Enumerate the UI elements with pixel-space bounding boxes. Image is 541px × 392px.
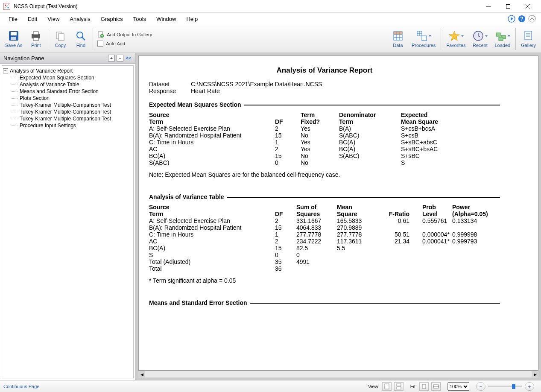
tree-item[interactable]: Plots Section: [12, 95, 132, 102]
fit-width-button[interactable]: [431, 382, 441, 391]
horizontal-scrollbar[interactable]: ◀ ▶: [138, 371, 538, 377]
anova-heading: Analysis of Variance Table: [149, 193, 224, 200]
recent-button[interactable]: Recent: [469, 25, 491, 53]
toolbar: Save As Print Copy Find Add Output to Ga…: [0, 25, 541, 53]
auto-add-label: Auto Add: [106, 41, 125, 46]
menu-help[interactable]: Help: [181, 14, 203, 24]
navigation-tree[interactable]: − Analysis of Variance Report Expected M…: [2, 65, 134, 378]
svg-rect-28: [525, 31, 532, 40]
content-area: Analysis of Variance Report DatasetC:\NC…: [136, 53, 541, 380]
scroll-left-icon[interactable]: ◀: [138, 371, 145, 378]
procedures-icon: [416, 30, 428, 42]
print-button[interactable]: Print: [26, 25, 46, 53]
tree-item[interactable]: Tukey-Kramer Multiple-Comparison Test: [12, 115, 132, 122]
star-icon: [448, 30, 460, 42]
view-label: View:: [368, 384, 380, 389]
table-row: C: Time in Hours1277.7778277.777850.510.…: [149, 231, 500, 238]
close-button[interactable]: [518, 0, 538, 13]
menu-edit[interactable]: Edit: [23, 14, 42, 24]
tree-root[interactable]: − Analysis of Variance Report: [3, 67, 132, 74]
tree-item[interactable]: Analysis of Variance Table: [12, 81, 132, 88]
copy-button[interactable]: Copy: [50, 25, 70, 53]
table-row: AC2YesBC(A)S+sBC+bsAC: [149, 146, 500, 152]
find-button[interactable]: Find: [70, 25, 91, 53]
svg-rect-23: [422, 36, 427, 41]
svg-rect-10: [11, 37, 16, 40]
svg-rect-13: [33, 38, 38, 41]
window-title: NCSS Output (Test Version): [14, 3, 479, 9]
copy-icon: [54, 30, 66, 42]
navigation-pane: Navigation Pane + − << − Analysis of Var…: [0, 53, 136, 380]
copy-label: Copy: [55, 43, 66, 48]
play-icon[interactable]: [508, 15, 515, 23]
zoom-select[interactable]: 100%: [447, 382, 469, 391]
menu-file[interactable]: File: [3, 14, 23, 24]
tree-item[interactable]: Expected Mean Squares Section: [12, 74, 132, 81]
loaded-button[interactable]: Loaded: [491, 25, 514, 53]
menu-tools[interactable]: Tools: [128, 14, 151, 24]
add-output-button[interactable]: Add Output to Gallery: [97, 31, 152, 38]
chevron-down-icon: [460, 34, 464, 39]
svg-rect-29: [385, 384, 389, 389]
svg-rect-12: [33, 32, 38, 35]
menu-window[interactable]: Window: [151, 14, 181, 24]
table-row: S(ABC)0NoS: [149, 159, 500, 166]
tree-item[interactable]: Means and Standard Error Section: [12, 88, 132, 95]
table-row: A: Self-Selected Exercise Plan2331.16671…: [149, 217, 500, 224]
tree-item[interactable]: Tukey-Kramer Multiple-Comparison Test: [12, 108, 132, 115]
recent-label: Recent: [473, 43, 488, 48]
tree-collapse-all-button[interactable]: −: [117, 55, 123, 61]
navigation-header: Navigation Pane + − <<: [0, 53, 135, 64]
ems-heading: Expected Mean Squares Section: [149, 101, 241, 108]
content-scroll[interactable]: Analysis of Variance Report DatasetC:\NC…: [138, 56, 538, 371]
save-as-label: Save As: [5, 43, 22, 48]
favorites-button[interactable]: Favorites: [443, 25, 469, 53]
dataset-label: Dataset: [149, 81, 183, 88]
zoom-out-button[interactable]: −: [476, 382, 485, 391]
maximize-button[interactable]: [498, 0, 518, 13]
view-continuous-button[interactable]: [394, 382, 404, 391]
zoom-slider[interactable]: [488, 386, 522, 387]
tree-item[interactable]: Procedure Input Settings: [12, 122, 132, 129]
minimize-button[interactable]: [479, 0, 498, 13]
fit-label: Fit:: [410, 384, 417, 389]
table-row: C: Time in Hours1YesBC(A)S+sBC+absC: [149, 139, 500, 146]
data-button[interactable]: Data: [388, 25, 408, 53]
zoom-in-button[interactable]: +: [525, 382, 534, 391]
pane-collapse-button[interactable]: <<: [125, 55, 132, 61]
view-single-page-button[interactable]: [382, 382, 392, 391]
ems-note: Note: Expected Mean Squares are for the …: [149, 171, 500, 178]
table-row: AC2234.7222117.361121.340.000041*0.99979…: [149, 238, 500, 245]
tree-expand-all-button[interactable]: +: [108, 55, 115, 61]
app-icon: [3, 3, 10, 10]
tree-toggle-icon[interactable]: −: [3, 68, 8, 73]
chevron-down-icon: [507, 34, 510, 39]
tree-item[interactable]: Tukey-Kramer Multiple-Comparison Test: [12, 102, 132, 108]
table-row: B(A): Randomized Hospital Patient154064.…: [149, 224, 500, 231]
loaded-label: Loaded: [494, 43, 510, 48]
add-output-label: Add Output to Gallery: [107, 32, 152, 37]
gallery-button[interactable]: Gallery: [518, 25, 539, 53]
scroll-right-icon[interactable]: ▶: [532, 371, 538, 378]
find-icon: [75, 30, 87, 42]
table-row: BC(A)1582.55.5: [149, 245, 500, 252]
table-row: Total36: [149, 265, 500, 272]
procedures-button[interactable]: Procedures: [408, 25, 439, 53]
menu-graphics[interactable]: Graphics: [96, 14, 128, 24]
data-label: Data: [393, 43, 403, 48]
save-as-button[interactable]: Save As: [2, 25, 26, 53]
menu-view[interactable]: View: [42, 14, 64, 24]
gallery-icon: [523, 30, 535, 42]
menu-analysis[interactable]: Analysis: [64, 14, 95, 24]
svg-rect-32: [422, 384, 426, 389]
collapse-icon[interactable]: [528, 15, 536, 23]
procedures-label: Procedures: [412, 43, 436, 48]
tree-root-label: Analysis of Variance Report: [10, 68, 73, 74]
svg-rect-27: [499, 37, 503, 41]
response-value: Heart Rate: [191, 88, 220, 94]
help-icon[interactable]: ?: [518, 15, 526, 23]
favorites-label: Favorites: [446, 43, 465, 48]
fit-page-button[interactable]: [419, 382, 429, 391]
find-label: Find: [76, 43, 85, 48]
auto-add-checkbox[interactable]: Auto Add: [97, 41, 152, 47]
